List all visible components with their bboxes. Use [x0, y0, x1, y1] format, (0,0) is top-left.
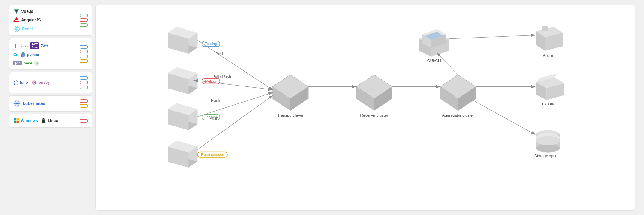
backend-row1: Java .NETCore C++	[13, 42, 49, 49]
envoy-label: envoy	[39, 80, 50, 85]
guicli-to-alarm-arrow	[449, 35, 535, 38]
k8s-pills	[80, 99, 88, 108]
pill-green-3[interactable]	[80, 86, 88, 89]
event-pill-label: Event detector	[201, 152, 224, 157]
net-label: .NETCore	[30, 42, 39, 49]
svg-text:js: js	[35, 62, 38, 65]
java-icon	[13, 43, 19, 49]
backend-pills	[80, 45, 88, 63]
vue-icon	[13, 9, 19, 14]
architecture-diagram: Push Pull / Push Push Push	[96, 5, 635, 210]
python-icon	[20, 52, 25, 58]
sidebar-card-os: Windows Linux	[9, 114, 92, 128]
angularjs-label: AngularJS	[21, 18, 41, 22]
pill-yellow-4[interactable]	[80, 104, 88, 108]
angular-icon	[13, 17, 19, 23]
servicemesh-row: Istio envoy	[13, 80, 50, 86]
alarm-label: Alarm	[543, 53, 553, 58]
aggregator-to-storage-arrow	[470, 98, 535, 134]
sidebar: Vue.js AngularJS	[9, 5, 92, 211]
cpp-label: C++	[41, 43, 48, 48]
nodejs-label: node	[24, 61, 32, 65]
pill-blue-3[interactable]	[80, 76, 88, 80]
linux-item: Linux	[41, 118, 58, 124]
nodejs-icon: js	[34, 61, 39, 66]
pull-push-label: Pull / Push	[213, 74, 231, 78]
svg-rect-23	[17, 118, 19, 121]
svg-point-8	[16, 28, 17, 30]
sidebar-card-k8s: kubernetes	[9, 95, 92, 112]
pill-red-4[interactable]	[80, 99, 88, 103]
sidebar-card-backend: Java .NETCore C++ Go python	[9, 38, 92, 70]
pill-green-1[interactable]	[80, 23, 88, 27]
pill-blue-1[interactable]	[80, 14, 88, 17]
linux-icon	[41, 118, 46, 124]
windows-icon	[13, 118, 19, 124]
logging-to-transport-arrow	[198, 92, 273, 116]
pill-red-1[interactable]	[80, 18, 88, 22]
pill-red-5[interactable]	[80, 119, 88, 123]
svg-point-29	[43, 119, 43, 120]
event-to-transport-arrow	[198, 95, 273, 149]
sidebar-card-servicemesh: Istio envoy	[9, 72, 92, 93]
aggregator-label: Aggregator cluster	[442, 113, 474, 117]
storage-mid-ellipse2	[536, 136, 560, 145]
tracing-pill-label: Tracing	[205, 42, 217, 46]
istio-label: Istio	[20, 80, 28, 85]
servicemesh-pills	[80, 76, 88, 89]
pill-red-3[interactable]	[80, 81, 88, 84]
pill-green-2[interactable]	[80, 55, 88, 58]
transport-label: Transport layer	[277, 113, 304, 117]
vuejs-label: Vue.js	[21, 9, 33, 14]
backend-row2: Go python	[13, 52, 49, 58]
pill-yellow-2[interactable]	[80, 59, 88, 63]
svg-rect-24	[14, 121, 16, 123]
linux-label: Linux	[48, 118, 58, 123]
storage-label: Storage options	[534, 153, 562, 158]
windows-item: Windows	[13, 118, 38, 124]
pill-blue-2[interactable]	[80, 45, 88, 49]
exporter-label: Exporter	[542, 101, 557, 106]
receiver-label: Receiver cluster	[360, 113, 388, 117]
svg-point-10	[23, 55, 24, 56]
svg-point-26	[42, 118, 45, 122]
k8s-row: kubernetes	[13, 100, 45, 107]
logging-pill-label: Logging	[205, 115, 217, 119]
sidebar-card-frontend: Vue.js AngularJS	[9, 5, 92, 36]
svg-rect-22	[14, 118, 16, 121]
aggregator-to-guicli-arrow	[437, 53, 458, 75]
alarm-top-part	[542, 26, 548, 31]
push1-label: Push	[216, 52, 225, 56]
windows-label: Windows	[21, 118, 38, 123]
logo-vuejs: Vue.js	[13, 9, 41, 14]
backend-row3: php node js	[13, 61, 49, 66]
svg-point-15	[34, 82, 35, 83]
istio-item: Istio	[13, 80, 28, 86]
svg-point-30	[44, 119, 44, 120]
svg-rect-25	[17, 121, 19, 123]
k8s-icon	[13, 100, 21, 107]
frontend-pills	[80, 14, 88, 27]
metrics-pill-label: Metrics	[205, 79, 217, 83]
main-container: Vue.js AngularJS	[9, 5, 635, 211]
envoy-item: envoy	[31, 80, 50, 86]
pill-red-2[interactable]	[80, 50, 88, 53]
php-label: php	[13, 61, 22, 65]
python-label: python	[27, 53, 39, 57]
envoy-icon	[31, 80, 38, 86]
react-icon	[13, 26, 20, 32]
logo-angular: AngularJS	[13, 17, 41, 23]
k8s-label: kubernetes	[23, 101, 45, 106]
react-label: React	[22, 27, 33, 31]
diagram-area: Push Pull / Push Push Push	[95, 5, 635, 211]
logo-react: React	[13, 26, 41, 32]
guicli-label: GUI/CLI	[427, 58, 441, 63]
os-row: Windows Linux	[13, 118, 58, 124]
java-label: Java	[21, 44, 29, 48]
istio-icon	[13, 80, 19, 86]
svg-point-9	[21, 53, 22, 54]
go-label: Go	[13, 52, 18, 57]
push2-label: Push	[211, 98, 220, 102]
os-pills	[80, 119, 88, 123]
